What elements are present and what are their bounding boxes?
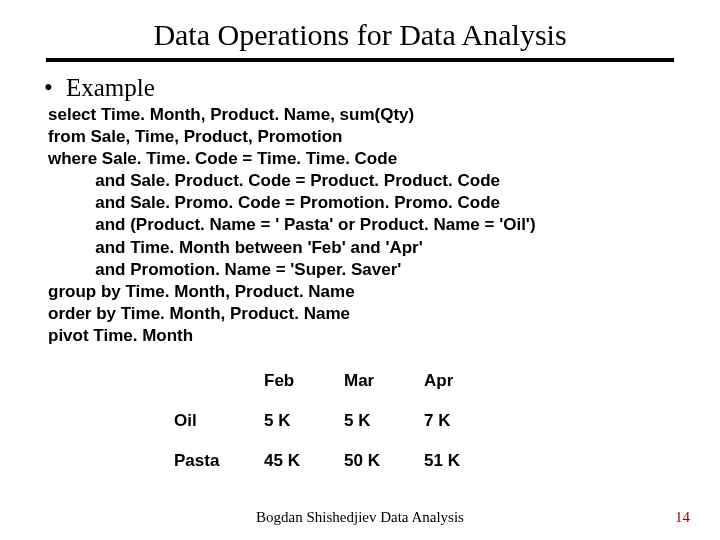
row-header: Oil: [174, 401, 264, 441]
bullet-marker: •: [44, 74, 66, 102]
bullet-label: Example: [66, 74, 155, 101]
sql-block: select Time. Month, Product. Name, sum(Q…: [46, 104, 674, 347]
col-header: Feb: [264, 361, 344, 401]
cell: 5 K: [264, 401, 344, 441]
sql-line: group by Time. Month, Product. Name: [48, 282, 355, 301]
cell: 7 K: [424, 401, 504, 441]
sql-line: from Sale, Time, Product, Promotion: [48, 127, 342, 146]
table-row: Oil 5 K 5 K 7 K: [174, 401, 504, 441]
table-row: Feb Mar Apr: [174, 361, 504, 401]
cell: 45 K: [264, 441, 344, 481]
col-header: Mar: [344, 361, 424, 401]
cell: 51 K: [424, 441, 504, 481]
table-row: Pasta 45 K 50 K 51 K: [174, 441, 504, 481]
page-number: 14: [675, 509, 690, 526]
cell: 50 K: [344, 441, 424, 481]
sql-line: and Sale. Promo. Code = Promotion. Promo…: [48, 193, 500, 212]
footer-text: Bogdan Shishedjiev Data Analysis: [0, 509, 720, 526]
sql-line: order by Time. Month, Product. Name: [48, 304, 350, 323]
sql-line: and Time. Month between 'Feb' and 'Apr': [48, 238, 423, 257]
cell: 5 K: [344, 401, 424, 441]
sql-line: select Time. Month, Product. Name, sum(Q…: [48, 105, 414, 124]
sql-line: and (Product. Name = ' Pasta' or Product…: [48, 215, 536, 234]
sql-line: and Promotion. Name = 'Super. Saver': [48, 260, 401, 279]
sql-line: where Sale. Time. Code = Time. Time. Cod…: [48, 149, 397, 168]
row-header: Pasta: [174, 441, 264, 481]
sql-line: pivot Time. Month: [48, 326, 193, 345]
col-header: Apr: [424, 361, 504, 401]
pivot-table: Feb Mar Apr Oil 5 K 5 K 7 K Pasta 45 K 5…: [174, 361, 504, 481]
example-bullet: •Example: [46, 74, 674, 102]
sql-line: and Sale. Product. Code = Product. Produ…: [48, 171, 500, 190]
corner-cell: [174, 361, 264, 401]
title-rule: [46, 58, 674, 62]
slide-title: Data Operations for Data Analysis: [46, 18, 674, 52]
slide: Data Operations for Data Analysis •Examp…: [0, 0, 720, 540]
